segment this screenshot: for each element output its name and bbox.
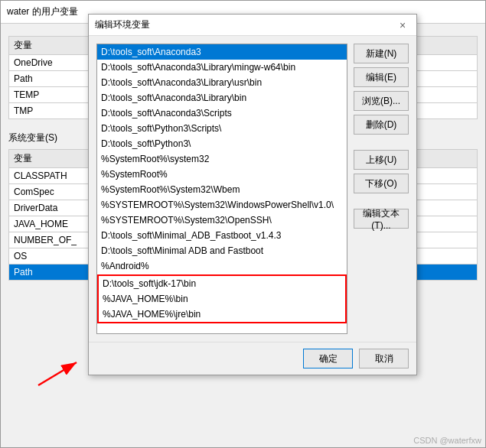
list-item[interactable]: %SYSTEMROOT%\System32\OpenSSH\ <box>97 213 347 228</box>
list-item[interactable]: D:\tools_soft\jdk-17\bin <box>99 276 345 291</box>
list-item[interactable]: D:\tools_soft\Python3\ <box>97 136 347 151</box>
edit-text-button[interactable]: 编辑文本(T)... <box>354 209 409 229</box>
list-item[interactable]: D:\tools_soft\Anaconda3\Library\mingw-w6… <box>97 60 347 75</box>
confirm-button[interactable]: 确定 <box>303 349 353 368</box>
move-up-button[interactable]: 上移(U) <box>354 150 409 170</box>
dialog-titlebar: 编辑环境变量 × <box>89 15 416 36</box>
close-button[interactable]: × <box>395 18 410 33</box>
svg-line-1 <box>38 362 77 385</box>
list-item[interactable]: D:\tools_soft\Anaconda3\Library\usr\bin <box>97 75 347 90</box>
cancel-button[interactable]: 取消 <box>359 349 409 368</box>
red-arrow-annotation <box>31 355 92 393</box>
edit-env-dialog: 编辑环境变量 × D:\tools_soft\Anaconda3 D:\tool… <box>88 14 417 375</box>
delete-button[interactable]: 删除(D) <box>354 115 409 135</box>
list-item[interactable]: D:\tools_soft\Anaconda3\Scripts <box>97 106 347 121</box>
list-item[interactable]: %SYSTEMROOT%\System32\WindowsPowerShell\… <box>97 197 347 213</box>
list-item[interactable]: %JAVA_HOME%\jre\bin <box>99 307 345 322</box>
list-item[interactable]: D:\tools_soft\Python3\Scripts\ <box>97 121 347 136</box>
list-item[interactable]: %SystemRoot% <box>97 167 347 182</box>
list-item[interactable]: %JAVA_HOME%\bin <box>99 291 345 307</box>
dialog-footer: 确定 取消 <box>89 342 416 375</box>
red-border-group: D:\tools_soft\jdk-17\bin %JAVA_HOME%\bin… <box>97 274 347 323</box>
browse-button[interactable]: 浏览(B)... <box>354 91 409 111</box>
spacer <box>354 138 409 146</box>
list-item[interactable]: %SystemRoot%\system32 <box>97 151 347 167</box>
move-down-button[interactable]: 下移(O) <box>354 174 409 193</box>
new-button[interactable]: 新建(N) <box>354 44 409 63</box>
dialog-title: 编辑环境变量 <box>95 18 150 31</box>
list-item[interactable]: D:\tools_soft\Anaconda3 <box>97 44 347 60</box>
list-item[interactable]: D:\tools_soft\Minimal ADB and Fastboot <box>97 243 347 258</box>
action-buttons: 新建(N) 编辑(E) 浏览(B)... 删除(D) 上移(U) 下移(O) 编… <box>354 44 409 334</box>
spacer <box>354 197 409 205</box>
dialog-body: D:\tools_soft\Anaconda3 D:\tools_soft\An… <box>89 36 416 342</box>
list-item[interactable]: D:\tools_soft\Minimal_ADB_Fastboot_v1.4.… <box>97 228 347 243</box>
bg-window-title: water 的用户变量 <box>7 5 78 18</box>
list-item[interactable]: %SystemRoot%\System32\Wbem <box>97 182 347 197</box>
csdn-watermark: CSDN @waterfxw <box>413 436 481 445</box>
list-item[interactable]: %Android% <box>97 258 347 274</box>
path-list[interactable]: D:\tools_soft\Anaconda3 D:\tools_soft\An… <box>96 44 347 334</box>
edit-button[interactable]: 编辑(E) <box>354 67 409 87</box>
list-item[interactable]: D:\tools_soft\Anaconda3\Library\bin <box>97 90 347 106</box>
